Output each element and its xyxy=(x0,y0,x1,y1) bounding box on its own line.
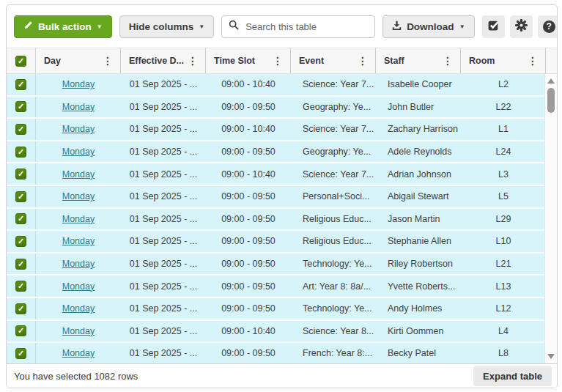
row-checkbox-cell: ✓ xyxy=(7,163,36,185)
table-search-box[interactable] xyxy=(221,15,375,38)
scrollbar-down-arrow-icon[interactable] xyxy=(547,354,555,359)
row-checkbox-cell: ✓ xyxy=(7,141,36,163)
cell-effective-date: 01 Sep 2025 - ... xyxy=(121,102,206,112)
table-row[interactable]: ✓ Monday 01 Sep 2025 - ... 09:00 - 10:40… xyxy=(7,119,544,141)
caret-down-icon: ▼ xyxy=(459,24,465,30)
expand-table-button[interactable]: Expand table xyxy=(473,366,552,386)
cell-time-slot: 09:00 - 09:50 xyxy=(206,191,291,201)
table-row[interactable]: ✓ Monday 01 Sep 2025 - ... 09:00 - 09:50… xyxy=(7,97,544,119)
row-checkbox-cell: ✓ xyxy=(7,74,36,95)
pencil-icon xyxy=(23,21,33,32)
cell-staff: Adrian Johnson xyxy=(376,169,461,180)
cell-day: Monday xyxy=(36,326,121,336)
row-checkbox[interactable]: ✓ xyxy=(15,325,26,336)
vertical-scrollbar[interactable] xyxy=(544,74,557,363)
scrollbar-thumb[interactable] xyxy=(547,88,555,113)
cell-effective-date: 01 Sep 2025 - ... xyxy=(121,348,206,358)
cell-room: L21 xyxy=(461,259,544,269)
day-link[interactable]: Monday xyxy=(62,281,95,292)
column-header-room: Room ⋮ xyxy=(461,48,546,73)
column-menu-icon[interactable]: ⋮ xyxy=(528,55,538,67)
column-menu-icon[interactable]: ⋮ xyxy=(103,55,113,67)
search-input[interactable] xyxy=(244,21,368,33)
day-link[interactable]: Monday xyxy=(62,348,95,358)
cell-day: Monday xyxy=(36,79,121,89)
settings-button[interactable] xyxy=(510,15,533,38)
table-row[interactable]: ✓ Monday 01 Sep 2025 - ... 09:00 - 10:40… xyxy=(7,74,544,97)
row-checkbox[interactable]: ✓ xyxy=(15,124,26,135)
check-square-icon xyxy=(487,19,500,34)
day-link[interactable]: Monday xyxy=(62,214,95,224)
download-button[interactable]: Download ▼ xyxy=(382,15,474,38)
cell-time-slot: 09:00 - 09:50 xyxy=(206,259,291,269)
row-checkbox[interactable]: ✓ xyxy=(15,147,26,158)
row-checkbox[interactable]: ✓ xyxy=(15,281,26,292)
select-all-cell: ✓ xyxy=(7,48,36,73)
cell-staff: Becky Patel xyxy=(376,348,461,358)
day-link[interactable]: Monday xyxy=(62,259,95,269)
day-link[interactable]: Monday xyxy=(62,124,95,134)
day-link[interactable]: Monday xyxy=(62,102,95,112)
day-link[interactable]: Monday xyxy=(62,326,95,336)
download-label: Download xyxy=(407,21,454,32)
table-row[interactable]: ✓ Monday 01 Sep 2025 - ... 09:00 - 09:50… xyxy=(7,231,544,254)
row-checkbox[interactable]: ✓ xyxy=(15,169,26,180)
row-checkbox[interactable]: ✓ xyxy=(15,236,26,247)
day-link[interactable]: Monday xyxy=(62,169,95,180)
row-checkbox[interactable]: ✓ xyxy=(15,303,26,314)
column-header-effective-date: Effective D... ⋮ xyxy=(121,48,206,73)
column-label: Effective D... xyxy=(129,56,184,66)
table-row[interactable]: ✓ Monday 01 Sep 2025 - ... 09:00 - 09:50… xyxy=(7,298,544,321)
table-body: ✓ Monday 01 Sep 2025 - ... 09:00 - 10:40… xyxy=(7,74,557,363)
cell-effective-date: 01 Sep 2025 - ... xyxy=(121,79,206,89)
table-row[interactable]: ✓ Monday 01 Sep 2025 - ... 09:00 - 10:40… xyxy=(7,163,544,186)
day-link[interactable]: Monday xyxy=(62,191,95,201)
help-button[interactable]: ? xyxy=(538,15,558,38)
table-row[interactable]: ✓ Monday 01 Sep 2025 - ... 09:00 - 09:50… xyxy=(7,141,544,164)
column-menu-icon[interactable]: ⋮ xyxy=(273,55,283,67)
cell-room: L4 xyxy=(461,326,544,336)
caret-down-icon: ▼ xyxy=(199,24,204,30)
table-row[interactable]: ✓ Monday 01 Sep 2025 - ... 09:00 - 09:50… xyxy=(7,186,544,209)
column-header-day: Day ⋮ xyxy=(36,48,121,73)
row-checkbox-cell: ✓ xyxy=(7,298,36,319)
row-checkbox[interactable]: ✓ xyxy=(15,79,26,90)
cell-day: Monday xyxy=(36,348,121,358)
row-checkbox[interactable]: ✓ xyxy=(15,101,26,112)
table-row[interactable]: ✓ Monday 01 Sep 2025 - ... 09:00 - 09:50… xyxy=(7,209,544,232)
cell-event: French: Year 8:... xyxy=(291,348,376,358)
row-checkbox[interactable]: ✓ xyxy=(15,191,26,202)
scrollbar-up-arrow-icon[interactable] xyxy=(547,78,555,84)
hide-columns-button[interactable]: Hide columns ▼ xyxy=(119,15,214,38)
table-row[interactable]: ✓ Monday 01 Sep 2025 - ... 09:00 - 09:50… xyxy=(7,343,544,363)
cell-room: L10 xyxy=(461,236,544,246)
row-checkbox-cell: ✓ xyxy=(7,275,36,297)
cell-staff: Jason Martin xyxy=(376,214,461,224)
day-link[interactable]: Monday xyxy=(62,147,95,157)
day-link[interactable]: Monday xyxy=(62,79,95,89)
bulk-action-label: Bulk action xyxy=(38,21,92,32)
cell-event: Geography: Ye... xyxy=(291,147,376,157)
cell-event: Personal+Soci... xyxy=(291,191,376,201)
table-row[interactable]: ✓ Monday 01 Sep 2025 - ... 09:00 - 09:50… xyxy=(7,275,544,298)
column-menu-icon[interactable]: ⋮ xyxy=(188,55,198,67)
row-checkbox[interactable]: ✓ xyxy=(15,213,26,224)
column-menu-icon[interactable]: ⋮ xyxy=(443,55,453,67)
column-menu-icon[interactable]: ⋮ xyxy=(358,55,368,67)
row-checkbox-cell: ✓ xyxy=(7,119,36,140)
bulk-action-button[interactable]: Bulk action ▼ xyxy=(14,15,112,38)
table-row[interactable]: ✓ Monday 01 Sep 2025 - ... 09:00 - 10:40… xyxy=(7,321,544,344)
cell-room: L8 xyxy=(461,348,544,358)
column-header-event: Event ⋮ xyxy=(291,48,376,73)
select-all-checkbox[interactable]: ✓ xyxy=(15,56,26,67)
table-row[interactable]: ✓ Monday 01 Sep 2025 - ... 09:00 - 09:50… xyxy=(7,254,544,276)
day-link[interactable]: Monday xyxy=(62,236,95,246)
select-rows-button[interactable] xyxy=(482,15,505,38)
cell-time-slot: 09:00 - 09:50 xyxy=(206,236,291,246)
cell-effective-date: 01 Sep 2025 - ... xyxy=(121,259,206,269)
day-link[interactable]: Monday xyxy=(62,303,95,314)
cell-event: Religious Educ... xyxy=(291,236,376,246)
row-checkbox[interactable]: ✓ xyxy=(15,259,26,270)
cell-effective-date: 01 Sep 2025 - ... xyxy=(121,169,206,180)
row-checkbox[interactable]: ✓ xyxy=(15,348,26,359)
